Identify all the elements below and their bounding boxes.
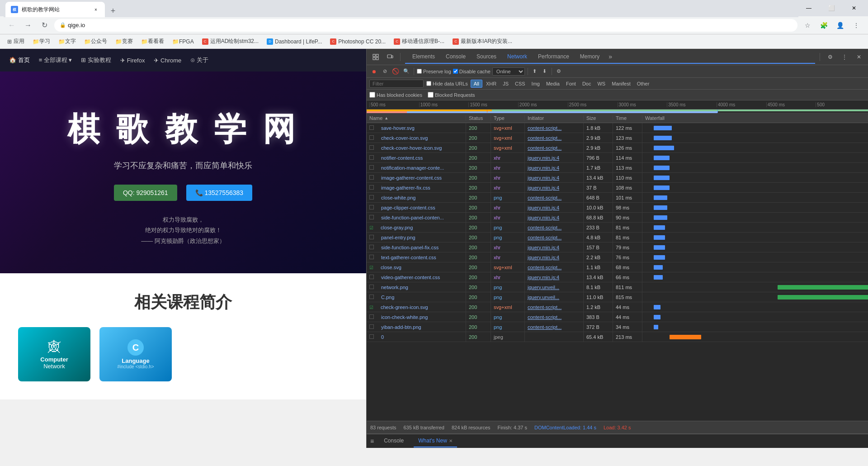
- cell-initiator[interactable]: jquery.unveil...: [525, 282, 584, 292]
- devtools-settings-btn[interactable]: ⚙: [825, 52, 835, 62]
- table-row[interactable]: image-gatherer-content.css 200 xhr jquer…: [367, 173, 868, 183]
- device-toolbar-btn[interactable]: [385, 52, 396, 62]
- filter-input[interactable]: [369, 80, 424, 88]
- blocked-requests-input[interactable]: [428, 92, 434, 98]
- devtools-more-btn[interactable]: ⋮: [839, 52, 850, 62]
- cell-initiator[interactable]: [525, 332, 584, 342]
- cell-initiator[interactable]: content-script...: [525, 143, 584, 152]
- table-row[interactable]: yiban-add-btn.png 200 png content-script…: [367, 322, 868, 332]
- cell-initiator[interactable]: content-script...: [525, 262, 584, 272]
- bm-fpga[interactable]: 📁 FPGA: [169, 37, 198, 46]
- close-btn[interactable]: ✕: [844, 2, 864, 14]
- cell-initiator[interactable]: jquery.min.js:4: [525, 272, 584, 282]
- tab-close-btn[interactable]: ×: [92, 6, 99, 13]
- cell-initiator[interactable]: content-script...: [525, 302, 584, 312]
- bm-dashboard[interactable]: D Dashboard | LifeP...: [263, 37, 326, 46]
- url-bar[interactable]: 🔒 qige.io: [54, 19, 797, 32]
- disable-cache-input[interactable]: [453, 69, 458, 74]
- table-row[interactable]: save-hover.svg 200 svg+xml content-scrip…: [367, 123, 868, 133]
- whatsnew-close[interactable]: ✕: [449, 438, 453, 443]
- tab-network[interactable]: Network: [502, 50, 533, 64]
- table-row[interactable]: page-clipper-content.css 200 xhr jquery.…: [367, 203, 868, 213]
- filter-manifest[interactable]: Manifest: [609, 80, 633, 88]
- col-header-initiator[interactable]: Initiator: [525, 115, 584, 121]
- filter-ws[interactable]: WS: [594, 80, 608, 88]
- filter-all[interactable]: All: [471, 80, 482, 88]
- table-row[interactable]: network.png 200 png jquery.unveil... 8.1…: [367, 282, 868, 292]
- devtools-close-btn[interactable]: ✕: [854, 52, 864, 62]
- filter-xhr[interactable]: XHR: [483, 80, 499, 88]
- course-card-network[interactable]: 🕸 Computer Network: [18, 327, 90, 381]
- bm-wechat[interactable]: 📁 公众号: [80, 36, 111, 47]
- nav-chrome[interactable]: ✈ Chrome: [154, 57, 181, 64]
- bm-apps[interactable]: ⊞ 应用: [4, 36, 28, 47]
- col-header-size[interactable]: Size: [584, 115, 613, 121]
- hide-data-urls-checkbox[interactable]: Hide data URLs: [426, 81, 468, 86]
- has-blocked-input[interactable]: [369, 92, 375, 98]
- qq-button[interactable]: QQ: 929051261: [114, 185, 177, 201]
- nav-about[interactable]: ⊙ 关于: [190, 56, 208, 64]
- preserve-log-input[interactable]: [417, 69, 422, 74]
- table-row[interactable]: 0 200 jpeg 65.4 kB 213 ms: [367, 332, 868, 342]
- bm-ps[interactable]: C Photoshop CC 20...: [326, 37, 389, 46]
- export-btn[interactable]: ⬇: [541, 67, 549, 76]
- maximize-btn[interactable]: ⬜: [821, 2, 842, 14]
- cell-initiator[interactable]: jquery.min.js:4: [525, 163, 584, 172]
- search-btn[interactable]: 🔍: [402, 67, 411, 76]
- preserve-log-checkbox[interactable]: Preserve log: [417, 69, 451, 74]
- table-row[interactable]: notification-manager-conte... 200 xhr jq…: [367, 163, 868, 173]
- inspect-element-btn[interactable]: [370, 52, 381, 62]
- table-row[interactable]: ☑ close.svg 200 svg+xml content-script..…: [367, 262, 868, 272]
- table-row[interactable]: ☑ check-green-icon.svg 200 svg+xml conte…: [367, 302, 868, 312]
- phone-button[interactable]: 📞 13527556383: [186, 185, 253, 201]
- cell-initiator[interactable]: content-script...: [525, 312, 584, 322]
- tab-console[interactable]: Console: [440, 50, 471, 63]
- stop-recording-btn[interactable]: ⊘: [380, 67, 389, 76]
- drawer-icon[interactable]: ≡: [370, 437, 374, 445]
- cell-initiator[interactable]: jquery.min.js:4: [525, 153, 584, 162]
- refresh-btn[interactable]: ↻: [38, 19, 51, 32]
- forward-btn[interactable]: →: [22, 19, 34, 32]
- disable-cache-checkbox[interactable]: Disable cache: [453, 69, 491, 74]
- console-tab-whatsnew[interactable]: What's New ✕: [414, 435, 457, 447]
- filter-doc[interactable]: Doc: [580, 80, 594, 88]
- tab-elements[interactable]: Elements: [407, 50, 440, 63]
- table-row[interactable]: side-function-panel-conten... 200 xhr jq…: [367, 213, 868, 223]
- menu-icon[interactable]: ⋮: [850, 19, 863, 32]
- table-row[interactable]: close-white.png 200 png content-script..…: [367, 193, 868, 203]
- cell-initiator[interactable]: jquery.min.js:4: [525, 203, 584, 212]
- table-row[interactable]: check-cover-hover-icon.svg 200 svg+xml c…: [367, 143, 868, 153]
- filter-other[interactable]: Other: [634, 80, 652, 88]
- bm-contest[interactable]: 📁 竞赛: [112, 36, 137, 47]
- table-row[interactable]: C.png 200 png jquery.unveil... 11.0 kB 8…: [367, 292, 868, 302]
- tab-memory[interactable]: Memory: [575, 50, 605, 63]
- cell-initiator[interactable]: jquery.min.js:4: [525, 173, 584, 182]
- table-row[interactable]: video-gatherer-content.css 200 xhr jquer…: [367, 272, 868, 282]
- account-icon[interactable]: 👤: [834, 19, 846, 32]
- col-header-status[interactable]: Status: [466, 115, 491, 121]
- cell-initiator[interactable]: jquery.unveil...: [525, 292, 584, 302]
- clear-btn[interactable]: 🚫: [391, 67, 400, 76]
- cell-initiator[interactable]: jquery.min.js:4: [525, 252, 584, 262]
- table-row[interactable]: check-cover-icon.svg 200 svg+xml content…: [367, 133, 868, 143]
- bm-text[interactable]: 📁 文字: [55, 36, 80, 47]
- settings-icon[interactable]: ⚙: [555, 67, 563, 76]
- throttle-select[interactable]: Online Fast 3G Slow 3G Offline: [492, 67, 525, 76]
- nav-courses[interactable]: ≡ 全部课程 ▾: [39, 56, 72, 64]
- cell-initiator[interactable]: content-script...: [525, 322, 584, 332]
- cell-initiator[interactable]: content-script...: [525, 123, 584, 133]
- import-btn[interactable]: ⬆: [531, 67, 539, 76]
- cell-initiator[interactable]: jquery.min.js:4: [525, 213, 584, 222]
- minimize-btn[interactable]: —: [798, 2, 819, 14]
- active-tab[interactable]: 棋 棋歌的教学网站 ×: [5, 2, 105, 17]
- nav-firefox[interactable]: ✈ Firefox: [120, 57, 145, 64]
- nav-experiments[interactable]: ⊞ 实验教程: [81, 56, 111, 64]
- hide-data-urls-input[interactable]: [426, 81, 431, 86]
- table-row[interactable]: image-gatherer-fix.css 200 xhr jquery.mi…: [367, 183, 868, 193]
- record-btn[interactable]: ⏺: [369, 67, 378, 76]
- table-row[interactable]: text-gatherer-content.css 200 xhr jquery…: [367, 252, 868, 262]
- col-header-name[interactable]: Name ▲: [367, 115, 466, 121]
- table-row[interactable]: panel-entry.png 200 png content-script..…: [367, 233, 868, 243]
- bookmark-icon[interactable]: ☆: [801, 19, 814, 32]
- filter-js[interactable]: JS: [500, 80, 511, 88]
